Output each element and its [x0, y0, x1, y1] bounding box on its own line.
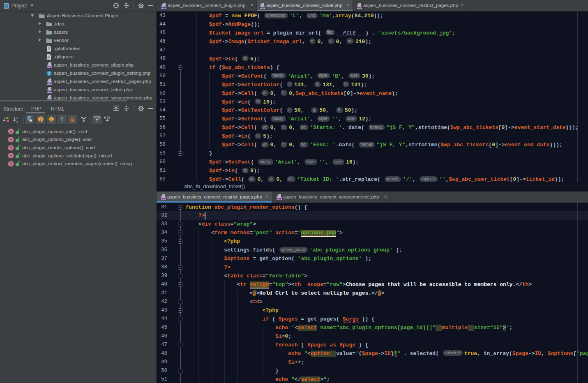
svg-text:PHP: PHP: [161, 6, 167, 9]
svg-text:fx: fx: [9, 162, 12, 166]
svg-text:fx: fx: [9, 138, 12, 142]
svg-text:PHP: PHP: [161, 197, 166, 200]
svg-text:fx: fx: [9, 129, 12, 134]
svg-text:PHP: PHP: [47, 65, 53, 68]
svg-text:PHP: PHP: [277, 197, 282, 200]
svg-text:fx: fx: [9, 154, 12, 158]
svg-text:c: c: [51, 118, 53, 122]
svg-text:PHP: PHP: [260, 6, 265, 9]
svg-text:PHP: PHP: [357, 6, 362, 9]
svg-text:C: C: [48, 72, 50, 76]
svg-text:PHP: PHP: [47, 90, 53, 93]
svg-text:z: z: [16, 120, 18, 124]
svg-text:PHP: PHP: [47, 82, 53, 85]
svg-text:fx: fx: [9, 145, 12, 150]
